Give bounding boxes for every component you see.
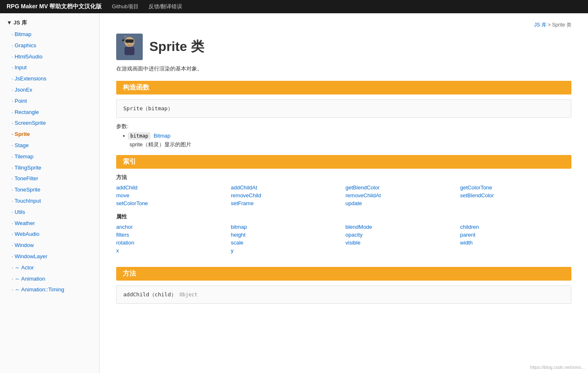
- sidebar-item[interactable]: · Rectangle: [0, 107, 99, 118]
- param-code: bitmap: [128, 133, 150, 139]
- property-index-link[interactable]: width: [460, 240, 571, 246]
- sidebar: ▼ JS 库 · Bitmap· Graphics· Html5Audio· I…: [0, 13, 100, 373]
- sidebar-item[interactable]: · JsExtensions: [0, 73, 99, 85]
- breadcrumb-js-link[interactable]: JS 库: [534, 22, 546, 28]
- property-index-link[interactable]: filters: [116, 232, 227, 238]
- top-navigation: RPG Maker MV 帮助文档中文汉化版 Github项目 反馈/翻译错误: [0, 0, 588, 13]
- param-item: • bitmap Bitmap sprite（精灵）显示的图片: [116, 133, 571, 148]
- property-index-link[interactable]: children: [460, 224, 571, 230]
- page-description: 在游戏画面中进行渲染的基本对象。: [116, 65, 571, 73]
- sidebar-item[interactable]: · Bitmap: [0, 29, 99, 40]
- property-index-link[interactable]: visible: [346, 240, 457, 246]
- property-index-link[interactable]: y: [231, 247, 342, 254]
- property-index-link[interactable]: height: [231, 232, 342, 238]
- method-index-link[interactable]: addChildAt: [231, 184, 342, 191]
- property-index-link[interactable]: [346, 247, 457, 254]
- sidebar-item[interactable]: · ToneFilter: [0, 173, 99, 184]
- footer-watermark: https://blog.csdn.net/xmo...: [530, 365, 585, 370]
- constructor-section-header: 构造函数: [116, 81, 571, 94]
- sidebar-items-list: · Bitmap· Graphics· Html5Audio· Input· J…: [0, 29, 99, 295]
- main-layout: ▼ JS 库 · Bitmap· Graphics· Html5Audio· I…: [0, 13, 588, 373]
- property-index-link[interactable]: bitmap: [231, 224, 342, 230]
- method-index-link[interactable]: setColorTone: [116, 200, 227, 206]
- method-index-link[interactable]: move: [116, 192, 227, 199]
- property-index-link[interactable]: anchor: [116, 224, 227, 230]
- github-link[interactable]: Github项目: [112, 3, 138, 10]
- sidebar-item[interactable]: · WindowLayer: [0, 251, 99, 262]
- sidebar-item[interactable]: · Graphics: [0, 40, 99, 51]
- sidebar-item[interactable]: · Html5Audio: [0, 51, 99, 63]
- method-index-link[interactable]: removeChildAt: [346, 192, 457, 199]
- params-list: • bitmap Bitmap sprite（精灵）显示的图片: [116, 133, 571, 148]
- sidebar-item[interactable]: · Stage: [0, 140, 99, 151]
- property-index-link[interactable]: opacity: [346, 232, 457, 238]
- sidebar-item[interactable]: · ～ Actor: [0, 262, 99, 274]
- sidebar-item[interactable]: · WebAudio: [0, 229, 99, 240]
- sidebar-item[interactable]: · ～ Animation: [0, 274, 99, 285]
- property-index-link[interactable]: [460, 247, 571, 254]
- breadcrumb: JS 库 > Sprite 类: [116, 22, 571, 29]
- method-detail-code-text: addChild（child）: [123, 291, 176, 298]
- breadcrumb-sep: >: [547, 22, 552, 28]
- property-index-link[interactable]: rotation: [116, 240, 227, 246]
- avatar: [116, 34, 143, 60]
- method-index-link[interactable]: getBlendColor: [346, 184, 457, 191]
- sidebar-item[interactable]: · ScreenSprite: [0, 118, 99, 129]
- sidebar-item[interactable]: · Utils: [0, 207, 99, 218]
- sidebar-item[interactable]: · Window: [0, 240, 99, 251]
- svg-point-6: [130, 41, 132, 43]
- param-desc: sprite（精灵）显示的图片: [129, 141, 571, 148]
- sidebar-item[interactable]: · Input: [0, 62, 99, 73]
- sidebar-item[interactable]: · Tilemap: [0, 151, 99, 162]
- sidebar-item[interactable]: · TilingSprite: [0, 162, 99, 174]
- svg-point-5: [127, 41, 129, 43]
- sidebar-item[interactable]: · ToneSprite: [0, 184, 99, 196]
- method-detail-section-header: 方法: [116, 267, 571, 281]
- sidebar-section-title[interactable]: ▼ JS 库: [0, 17, 99, 29]
- brand-title: RPG Maker MV 帮助文档中文汉化版: [7, 3, 102, 10]
- page-header: Sprite 类: [116, 34, 571, 60]
- property-index-link[interactable]: scale: [231, 240, 342, 246]
- sidebar-item[interactable]: · Weather: [0, 218, 99, 229]
- method-index-link[interactable]: [460, 200, 571, 206]
- sidebar-item[interactable]: · TouchInput: [0, 196, 99, 207]
- svg-rect-2: [124, 47, 134, 55]
- methods-label: 方法: [116, 174, 571, 181]
- properties-label: 属性: [116, 213, 571, 220]
- method-index-link[interactable]: setBlendColor: [460, 192, 571, 199]
- param-type: Bitmap: [154, 133, 170, 139]
- sidebar-item[interactable]: · JsonEx: [0, 85, 99, 96]
- breadcrumb-current: Sprite 类: [552, 22, 571, 28]
- svg-rect-3: [125, 39, 134, 43]
- methods-index-grid: addChildaddChildAtgetBlendColorgetColorT…: [116, 184, 571, 206]
- method-index-link[interactable]: removeChild: [231, 192, 342, 199]
- constructor-code: Sprite（bitmap）: [116, 99, 571, 118]
- property-index-link[interactable]: blendMode: [346, 224, 457, 230]
- method-index-link[interactable]: setFrame: [231, 200, 342, 206]
- main-content: JS 库 > Sprite 类: [100, 13, 588, 373]
- sidebar-item[interactable]: · Point: [0, 96, 99, 107]
- method-index-link[interactable]: getColorTone: [460, 184, 571, 191]
- feedback-link[interactable]: 反馈/翻译错误: [149, 3, 183, 10]
- property-index-link[interactable]: parent: [460, 232, 571, 238]
- property-index-link[interactable]: x: [116, 247, 227, 254]
- page-title: Sprite 类: [149, 38, 204, 56]
- index-section-header: 索引: [116, 155, 571, 169]
- method-detail-return: Object: [180, 292, 198, 298]
- sidebar-item[interactable]: · ～ Animation::Timing: [0, 284, 99, 295]
- method-index-link[interactable]: update: [346, 200, 457, 206]
- method-index-link[interactable]: addChild: [116, 184, 227, 191]
- sidebar-item[interactable]: · Sprite: [0, 129, 99, 140]
- method-detail-code: addChild（child） Object: [116, 286, 571, 304]
- params-label: 参数:: [116, 123, 571, 130]
- properties-index-grid: anchorbitmapblendModechildrenfiltersheig…: [116, 224, 571, 254]
